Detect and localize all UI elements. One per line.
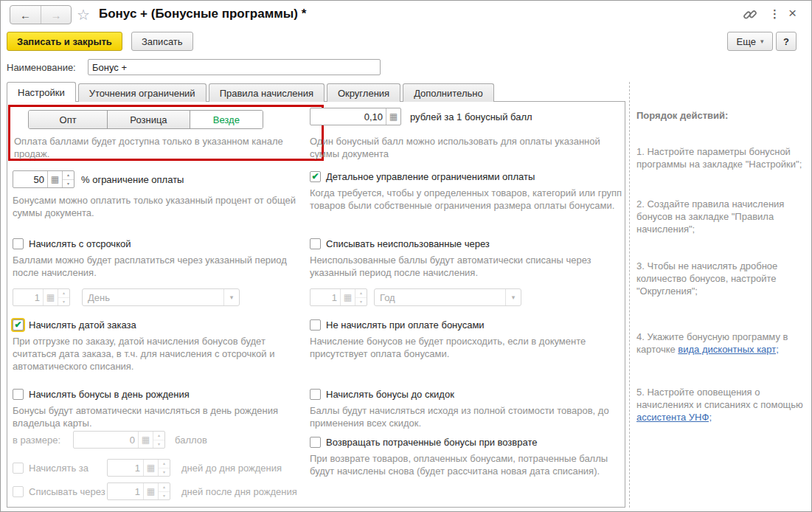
sidebar-step-3: 3. Чтобы не начислять дробное количество…: [636, 260, 805, 297]
spin-down-icon: ▾: [63, 180, 74, 188]
channel-option-opt[interactable]: Опт: [29, 111, 107, 128]
before-discounts-hint: Баллы будут начисляться исходя из полной…: [310, 404, 622, 429]
writeoff-unused-label: Списывать неиспользованные через: [326, 238, 490, 249]
tab-additional[interactable]: Дополнительно: [403, 83, 494, 102]
spin-up-icon: ▴: [63, 171, 74, 180]
chevron-down-icon: ▾: [760, 38, 764, 45]
birthday-amount-unit: баллов: [175, 435, 207, 446]
spinner-control: ▴ ▾: [158, 483, 170, 499]
page-title: Бонус + (Бонусные программы) *: [99, 7, 306, 21]
save-and-close-button[interactable]: Записать и закрыть: [7, 32, 122, 51]
writeoff-period-input: [310, 289, 340, 305]
sidebar-step-5-text: 5. Настройте оповещения о начислениях и …: [636, 387, 803, 410]
return-bonuses-checkbox[interactable]: [310, 437, 321, 448]
deferred-unit-value: День: [83, 289, 223, 305]
calculator-icon: ▦: [43, 289, 58, 305]
calculator-icon[interactable]: ▦: [47, 171, 62, 187]
channel-hint: Оплата баллами будет доступна только в у…: [14, 135, 318, 160]
calculator-icon: ▦: [138, 432, 153, 448]
form-splitter[interactable]: [629, 82, 630, 508]
nav-button-group: ← →: [10, 5, 72, 24]
spin-down-icon: ▾: [159, 492, 170, 500]
bonus-rate-input[interactable]: [310, 108, 386, 125]
spinner-control: ▴ ▾: [158, 460, 170, 476]
bonus-rate-hint: Один бонусный балл можно использовать дл…: [310, 135, 622, 160]
calculator-icon: ▦: [143, 460, 158, 476]
spin-down-icon: ▾: [159, 468, 170, 477]
back-icon: ←: [20, 9, 31, 21]
detailed-limits-checkbox[interactable]: ✔: [310, 171, 321, 182]
discount-cards-link[interactable]: вида дисконтных карт;: [678, 344, 779, 355]
birthday-after-row: Списывать через: [13, 485, 105, 497]
more-button[interactable]: Еще ▾: [727, 32, 773, 51]
no-accrual-row: Не начислять при оплате бонусами: [310, 319, 485, 331]
tab-rounding[interactable]: Округления: [327, 83, 400, 102]
writeoff-unused-checkbox[interactable]: [310, 238, 321, 249]
chevron-down-icon[interactable]: ▾: [505, 289, 521, 305]
forward-button[interactable]: →: [41, 6, 71, 24]
birthday-before-input: [108, 460, 143, 476]
channel-option-retail[interactable]: Розница: [107, 111, 189, 128]
calculator-icon: ▦: [143, 483, 158, 499]
tab-label: Настройки: [18, 87, 65, 98]
birthday-before-field: ▦ ▴ ▾: [107, 459, 170, 477]
tab-bar: Настройки Уточнения ограничений Правила …: [7, 82, 496, 102]
birthday-after-unit: дней после дня рождения: [181, 486, 297, 497]
save-button[interactable]: Записать: [131, 32, 193, 51]
order-date-hint: При отгрузке по заказу, датой начисления…: [13, 335, 309, 373]
help-button[interactable]: ?: [776, 32, 797, 51]
birthday-bonus-label: Начислять бонусы в день рождения: [29, 389, 190, 400]
deferred-accrual-checkbox[interactable]: [13, 238, 24, 249]
tab-accrual-rules[interactable]: Правила начисления: [209, 83, 325, 102]
no-accrual-checkbox[interactable]: [310, 319, 321, 331]
order-date-label: Начислять датой заказа: [29, 319, 136, 331]
order-date-checkbox[interactable]: ✔: [13, 319, 24, 331]
back-button[interactable]: ←: [10, 6, 41, 24]
calculator-icon[interactable]: ▦: [386, 108, 400, 125]
payment-limit-input[interactable]: [13, 171, 47, 187]
spinner-control[interactable]: ▴ ▾: [62, 171, 74, 187]
birthday-after-label: Списывать через: [29, 486, 105, 497]
birthday-before-row: Начислять за: [13, 462, 89, 474]
bonus-rate-label: рублей за 1 бонусный балл: [410, 111, 532, 122]
detailed-limits-label: Детальное управление ограничениями оплат…: [326, 171, 535, 182]
order-date-row: ✔ Начислять датой заказа: [13, 319, 136, 331]
forward-icon: →: [51, 9, 62, 21]
tab-label: Уточнения ограничений: [89, 88, 195, 99]
sales-channel-toggle: Опт Розница Везде: [28, 110, 263, 129]
menu-dots-icon[interactable]: ⋮: [769, 7, 780, 21]
birthday-after-checkbox[interactable]: [13, 486, 24, 497]
check-icon: ✔: [14, 320, 21, 329]
spin-up-icon: ▴: [153, 432, 164, 440]
get-link-icon[interactable]: [743, 7, 757, 22]
deferred-accrual-label: Начислять с отсрочкой: [29, 238, 131, 249]
sidebar-step-4: 4. Укажите бонусную программу в карточке…: [636, 331, 805, 356]
close-icon[interactable]: ×: [788, 5, 797, 21]
writeoff-unused-row: Списывать неиспользованные через: [310, 238, 490, 249]
tab-label: Дополнительно: [414, 88, 483, 99]
birthday-amount-label: в размере:: [13, 435, 60, 446]
birthday-amount-input: [74, 432, 138, 448]
birthday-bonus-checkbox[interactable]: [13, 389, 24, 400]
birthday-bonus-hint: Бонусы будут автоматически начисляться в…: [13, 404, 309, 429]
unf-assistant-link[interactable]: ассистента УНФ;: [636, 412, 712, 423]
check-icon: ✔: [311, 172, 319, 181]
tab-limit-refinements[interactable]: Уточнения ограничений: [78, 83, 207, 102]
birthday-before-unit: дней до дня рождения: [181, 463, 282, 474]
chevron-down-icon[interactable]: ▾: [223, 289, 239, 305]
channel-option-everywhere[interactable]: Везде: [190, 111, 263, 128]
name-input[interactable]: [88, 59, 381, 75]
tab-label: Округления: [338, 88, 389, 99]
favorite-star-icon[interactable]: ☆: [77, 7, 90, 22]
deferred-period-input: [13, 289, 43, 305]
before-discounts-checkbox[interactable]: [310, 389, 321, 400]
birthday-before-checkbox[interactable]: [13, 463, 24, 474]
sidebar-step-5: 5. Настройте оповещения о начислениях и …: [636, 386, 805, 423]
return-bonuses-hint: При возврате товаров, оплаченных бонусам…: [310, 452, 622, 477]
tab-settings[interactable]: Настройки: [7, 82, 76, 102]
return-bonuses-row: Возвращать потраченные бонусы при возвра…: [310, 436, 537, 448]
bonus-program-window: ← → ☆ Бонус + (Бонусные программы) * ⋮ ×…: [0, 0, 812, 512]
more-button-label: Еще: [737, 36, 756, 47]
return-bonuses-label: Возвращать потраченные бонусы при возвра…: [326, 437, 537, 448]
birthday-bonus-row: Начислять бонусы в день рождения: [13, 388, 190, 400]
